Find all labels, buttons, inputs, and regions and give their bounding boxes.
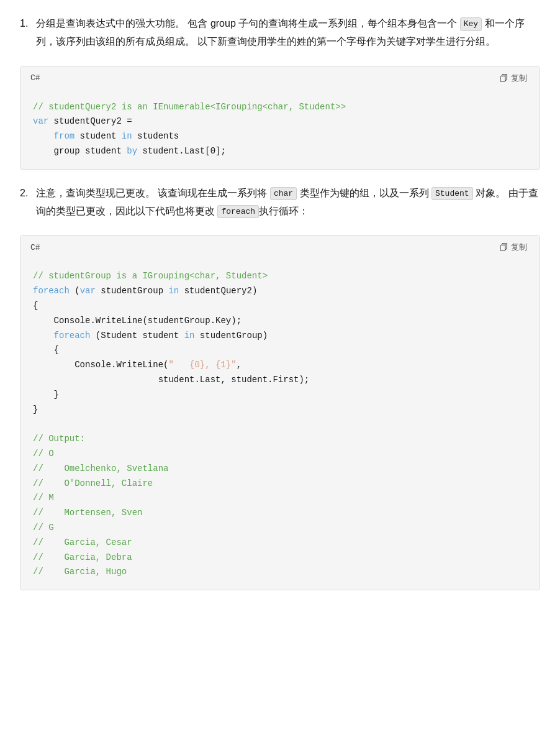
code-line [33, 331, 54, 341]
prose-item-2: 2. 注意，查询类型现已更改。 该查询现在生成一系列将 char 类型作为键的组… [20, 185, 540, 221]
code-block-2: C# 🗍 复制 // studentGroup is a IGrouping<c… [20, 235, 540, 590]
code-line: var [80, 286, 96, 296]
code-line: var [33, 116, 48, 126]
code-line: { [33, 345, 59, 355]
code-body-1: // studentQuery2 is an IEnumerable<IGrou… [20, 90, 540, 169]
code-line: // Output: [33, 434, 85, 444]
code-line: in [122, 131, 132, 141]
code-line: } [33, 390, 59, 400]
code-line: students [132, 131, 179, 141]
prose-s2-t2: 类型作为键的组，以及一系列 [297, 188, 431, 198]
code-line: foreach [33, 286, 70, 296]
code-line: { [33, 301, 38, 311]
code-header-1: C# 🗍 复制 [20, 66, 540, 90]
code-line: // Garcia, Cesar [33, 537, 132, 547]
prose-s2-t4: 执行循环： [259, 206, 309, 216]
code-line: } [33, 405, 38, 414]
copy-button-1[interactable]: 🗍 复制 [497, 71, 530, 85]
code-line: // Omelchenko, Svetlana [33, 464, 168, 473]
section-2: 2. 注意，查询类型现已更改。 该查询现在生成一系列将 char 类型作为键的组… [20, 185, 540, 221]
code-line: in [168, 286, 179, 296]
code-line: student.Last, student.First); [33, 375, 309, 385]
code-line: studentGroup [96, 286, 169, 296]
section-number-2: 2. [20, 185, 32, 221]
code-line: // Garcia, Hugo [33, 567, 127, 577]
code-line: // O'Donnell, Claire [33, 478, 153, 488]
code-line: // studentQuery2 is an IEnumerable<IGrou… [33, 102, 346, 112]
prose-text-2: 注意，查询类型现已更改。 该查询现在生成一系列将 char 类型作为键的组，以及… [36, 185, 540, 221]
code-line: group student [33, 146, 127, 156]
copy-button-2[interactable]: 🗍 复制 [497, 240, 530, 254]
code-lang-2: C# [30, 243, 40, 252]
code-body-2: // studentGroup is a IGrouping<char, Stu… [20, 259, 540, 590]
code-line: // studentGroup is a IGrouping<char, Stu… [33, 271, 268, 281]
key-badge: Key [460, 17, 482, 31]
code-line: by [127, 146, 137, 156]
prose-s2-t1: 注意，查询类型现已更改。 该查询现在生成一系列将 [36, 188, 270, 198]
prose-item-1: 1. 分组是查询表达式中的强大功能。 包含 group 子句的查询将生成一系列组… [20, 15, 540, 51]
code-header-2: C# 🗍 复制 [20, 236, 540, 259]
code-line: student [75, 131, 122, 141]
copy-icon-2: 🗍 [500, 242, 508, 252]
code-line: from [54, 131, 75, 141]
section-number-1: 1. [20, 15, 32, 51]
code-line: // Mortensen, Sven [33, 508, 142, 518]
code-block-1: C# 🗍 复制 // studentQuery2 is an IEnumerab… [20, 66, 540, 170]
code-line: studentQuery2) [179, 286, 257, 296]
code-lang-1: C# [30, 73, 40, 83]
code-line: , [237, 360, 242, 370]
code-line: // Garcia, Debra [33, 552, 132, 562]
code-line: // G [33, 523, 54, 533]
section-1: 1. 分组是查询表达式中的强大功能。 包含 group 子句的查询将生成一系列组… [20, 15, 540, 51]
code-line: " {0}, {1}" [168, 360, 236, 370]
char-badge: char [270, 187, 297, 201]
code-line [33, 131, 54, 141]
prose-text-part1: 分组是查询表达式中的强大功能。 包含 group 子句的查询将生成一系列组，每个… [36, 18, 460, 29]
code-line: Console.WriteLine( [33, 360, 168, 370]
code-line: student.Last[0]; [137, 146, 226, 156]
code-line: studentGroup) [194, 331, 268, 341]
code-line: // O [33, 449, 54, 459]
code-line: ( [70, 286, 80, 296]
code-line: in [184, 331, 195, 341]
student-badge: Student [431, 187, 473, 201]
copy-label-2: 复制 [511, 242, 527, 253]
prose-text-1: 分组是查询表达式中的强大功能。 包含 group 子句的查询将生成一系列组，每个… [36, 15, 540, 51]
code-line: foreach [54, 331, 91, 341]
code-line: // M [33, 493, 54, 503]
code-line: (Student student [90, 331, 184, 341]
foreach-badge: foreach [217, 205, 259, 219]
copy-label-1: 复制 [511, 73, 527, 84]
code-line: Console.WriteLine(studentGroup.Key); [33, 316, 242, 326]
copy-icon-1: 🗍 [500, 73, 508, 83]
code-line: studentQuery2 = [48, 116, 132, 126]
